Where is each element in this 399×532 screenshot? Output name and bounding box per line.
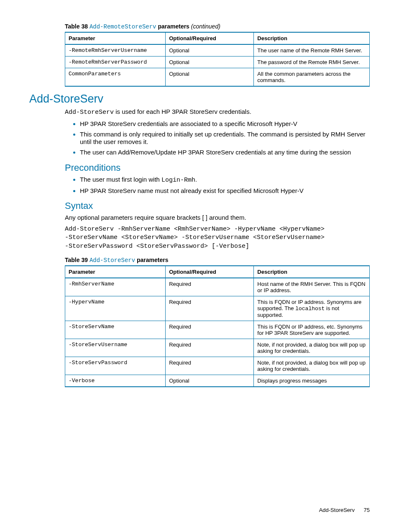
heading-preconditions: Preconditions <box>65 162 370 173</box>
cell-opt: Required <box>166 296 254 321</box>
caption-code: Add-StoreServ <box>90 257 135 264</box>
table-38-caption: Table 38 Add-RemoteStoreServ parameters … <box>65 23 370 30</box>
intro-code: Add-StoreServ <box>65 109 114 116</box>
table-row: -RemoteRmhServerPassword Optional The pa… <box>65 57 370 68</box>
intro-bullets: HP 3PAR StoreServ credentials are associ… <box>65 120 370 157</box>
table-row: -HypervName Required This is FQDN or IP … <box>65 296 370 321</box>
content-column: Table 38 Add-RemoteStoreServ parameters … <box>65 23 370 387</box>
th-parameter: Parameter <box>65 266 166 278</box>
cell-desc: Note, if not provided, a dialog box will… <box>254 339 370 357</box>
inline-code: Login-Rmh <box>161 177 195 184</box>
list-item: This command is only required to initial… <box>80 131 370 146</box>
table-row: -RmhServerName Required Host name of the… <box>65 278 370 296</box>
caption-prefix: Table 39 <box>65 257 90 263</box>
cell-param: -StoreServUsername <box>65 339 166 357</box>
table-row: CommonParameters Optional All the common… <box>65 68 370 87</box>
cell-desc: This is FQDN or IP address, etc. Synonym… <box>254 321 370 339</box>
cell-opt: Required <box>166 278 254 296</box>
cell-param: -HypervName <box>65 296 166 321</box>
table-row: -StoreServName Required This is FQDN or … <box>65 321 370 339</box>
page: Table 38 Add-RemoteStoreServ parameters … <box>0 0 399 532</box>
cell-opt: Required <box>166 357 254 375</box>
th-description: Description <box>254 266 370 278</box>
table-38: Parameter Optional/Required Description … <box>65 32 370 87</box>
table-39-caption: Table 39 Add-StoreServ parameters <box>65 257 370 264</box>
table-39: Parameter Optional/Required Description … <box>65 265 370 387</box>
cell-opt: Required <box>166 339 254 357</box>
cell-desc: Host name of the RMH Server. This is FQD… <box>254 278 370 296</box>
page-footer: Add-StoreServ 75 <box>319 507 370 513</box>
intro-paragraph: Add-StoreServ is used for each HP 3PAR S… <box>65 108 370 117</box>
caption-code: Add-RemoteStoreServ <box>90 23 156 30</box>
cell-opt: Optional <box>166 68 254 87</box>
caption-prefix: Table 38 <box>65 23 90 30</box>
text: . <box>195 176 197 183</box>
heading-syntax: Syntax <box>65 200 370 211</box>
table-row: -StoreServPassword Required Note, if not… <box>65 357 370 375</box>
list-item: HP 3PAR StoreServ credentials are associ… <box>80 120 370 128</box>
syntax-note: Any optional parameters require square b… <box>65 214 370 222</box>
cell-desc: This is FQDN or IP address. Synonyms are… <box>254 296 370 321</box>
footer-section: Add-StoreServ <box>319 507 355 513</box>
syntax-code-block: Add-StoreServ -RmhServerName <RmhServerN… <box>65 225 370 251</box>
th-parameter: Parameter <box>65 32 166 44</box>
table-row: -Verbose Optional Displays progress mess… <box>65 375 370 387</box>
cell-opt: Optional <box>166 57 254 68</box>
footer-page-number: 75 <box>364 507 370 513</box>
table-row: -RemoteRmhServerUsername Optional The us… <box>65 44 370 57</box>
caption-continued: (continued) <box>191 23 220 30</box>
preconditions-bullets: The user must first login with Login-Rmh… <box>65 176 370 195</box>
cell-param: -StoreServPassword <box>65 357 166 375</box>
cell-param: -RemoteRmhServerPassword <box>65 57 166 68</box>
cell-param: -RmhServerName <box>65 278 166 296</box>
text: The user must first login with <box>80 176 161 183</box>
cell-desc: All the common parameters across the com… <box>254 68 370 87</box>
list-item: HP 3PAR StoreServ name must not already … <box>80 187 370 195</box>
cell-param: -RemoteRmhServerUsername <box>65 44 166 57</box>
th-optional: Optional/Required <box>166 32 254 44</box>
table-row: -StoreServUsername Required Note, if not… <box>65 339 370 357</box>
cell-opt: Optional <box>166 375 254 387</box>
th-description: Description <box>254 32 370 44</box>
cell-opt: Required <box>166 321 254 339</box>
list-item: The user can Add/Remove/Update HP 3PAR S… <box>80 149 370 157</box>
intro-text: is used for each HP 3PAR StoreServ crede… <box>114 108 251 115</box>
cell-param: CommonParameters <box>65 68 166 87</box>
cell-opt: Optional <box>166 44 254 57</box>
caption-suffix: parameters <box>135 257 168 263</box>
caption-suffix: parameters <box>156 23 191 30</box>
th-optional: Optional/Required <box>166 266 254 278</box>
list-item: The user must first login with Login-Rmh… <box>80 176 370 185</box>
cell-desc: Note, if not provided, a dialog box will… <box>254 357 370 375</box>
cell-param: -Verbose <box>65 375 166 387</box>
cell-desc: Displays progress messages <box>254 375 370 387</box>
cell-desc: The password of the Remote RMH Server. <box>254 57 370 68</box>
cell-param: -StoreServName <box>65 321 166 339</box>
cell-desc: The user name of the Remote RMH Server. <box>254 44 370 57</box>
heading-add-storeserv: Add-StoreServ <box>29 93 370 105</box>
